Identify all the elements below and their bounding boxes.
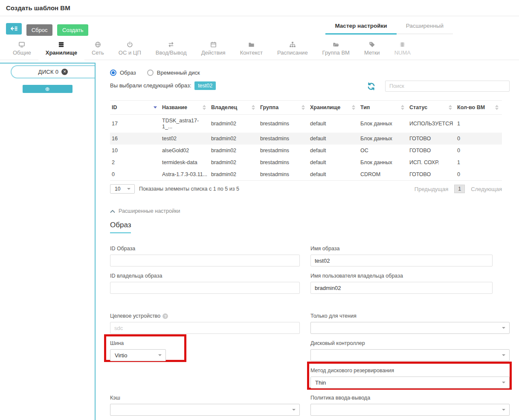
table-row[interactable]: 17 TDSK_astra17-1_... bradmin02 brestadm… <box>110 115 502 133</box>
close-disk-icon[interactable]: ✕ <box>61 69 68 75</box>
column-header-owner[interactable]: Владелец <box>209 101 258 115</box>
chevron-up-icon <box>110 209 115 213</box>
tab-actions[interactable]: Действия <box>194 40 233 60</box>
section-tabbar: Общие Хранилище Сеть ОС и ЦП <box>0 41 519 60</box>
page-size-select[interactable]: 10 <box>110 184 135 194</box>
sort-icon <box>449 105 452 110</box>
pagination-row: 10 Показаны элементы списка с 1 по 5 из … <box>110 184 502 194</box>
sort-icon <box>203 105 206 110</box>
column-header-vm-count[interactable]: Кол-во ВМ <box>455 101 502 115</box>
images-table: ID Название Владелец Группа <box>110 100 502 181</box>
table-row[interactable]: 0 Astra-1.7.3-03.11... bradmin02 brestad… <box>110 168 502 181</box>
target-device-label: Целевое устройство ? <box>110 313 300 319</box>
image-id-label: ID Образа <box>110 245 300 252</box>
storage-icon <box>58 41 64 48</box>
disk-type-radios: Образ Временный диск <box>110 70 510 76</box>
calendar-icon <box>210 41 217 48</box>
column-header-type[interactable]: Тип <box>359 101 408 115</box>
sitemap-icon <box>289 41 296 48</box>
disk-sidebar: ДИСК 0 ✕ ⊕ <box>0 63 96 420</box>
disk-tab-label: ДИСК 0 <box>38 69 59 75</box>
globe-icon <box>95 41 101 48</box>
search-zone <box>367 81 510 92</box>
tab-labels[interactable]: Метки <box>357 40 387 60</box>
read-only-select[interactable] <box>310 322 510 334</box>
next-page-link[interactable]: Следующая <box>471 186 502 192</box>
tag-icon <box>369 41 375 48</box>
tab-network[interactable]: Сеть <box>84 40 111 60</box>
search-input[interactable] <box>385 81 510 92</box>
radio-image[interactable]: Образ <box>110 70 136 76</box>
tab-scheduling[interactable]: Расписание <box>270 40 315 60</box>
exchange-arrows-icon <box>168 41 174 48</box>
mode-tabs: Мастер настройки Расширенный <box>325 20 453 34</box>
column-header-status[interactable]: Статус <box>408 101 455 115</box>
image-id-field[interactable] <box>110 255 300 266</box>
folder-icon <box>248 41 255 48</box>
sort-desc-icon <box>154 107 157 109</box>
bus-label: Шина <box>110 340 300 347</box>
disk-controller-label: Дисковый контроллер <box>310 340 510 347</box>
tab-input-output[interactable]: Ввод/Вывод <box>148 40 194 60</box>
sort-icon <box>352 105 355 110</box>
disk-tab-0[interactable]: ДИСК 0 ✕ <box>11 65 95 78</box>
provisioning-select[interactable]: Thin <box>310 377 510 388</box>
advanced-settings-toggle[interactable]: Расширенные настройки <box>110 208 510 214</box>
column-header-group[interactable]: Группа <box>258 101 308 115</box>
owner-id-field[interactable] <box>110 282 300 294</box>
pagination-nav: Предыдущая 1 Следующая <box>415 185 502 193</box>
cache-select[interactable] <box>110 404 300 416</box>
selected-image-badge: test02 <box>194 81 216 90</box>
tab-wizard[interactable]: Мастер настройки <box>325 20 396 34</box>
table-row[interactable]: 2 termidesk-data bradmin02 brestadmins d… <box>110 156 502 168</box>
column-header-datastore[interactable]: Хранилище <box>308 101 359 115</box>
sort-icon <box>302 105 305 110</box>
tab-advanced-mode[interactable]: Расширенный <box>397 20 453 34</box>
bus-select[interactable]: Virtio <box>110 349 166 361</box>
table-row-selected[interactable]: 16 test02 bradmin02 brestadmins default … <box>110 133 502 145</box>
prev-page-link[interactable]: Предыдущая <box>415 186 449 192</box>
power-icon <box>127 41 133 48</box>
back-list-icon <box>10 26 18 32</box>
tab-os-cpu[interactable]: ОС и ЦП <box>111 40 148 60</box>
current-page-button[interactable]: 1 <box>454 185 465 193</box>
owner-name-field[interactable] <box>310 282 493 294</box>
image-name-field[interactable] <box>310 255 493 266</box>
page-header: Создать шаблон ВМ <box>0 0 519 16</box>
chip-icon <box>399 41 406 48</box>
column-header-id[interactable]: ID <box>110 101 160 115</box>
create-button[interactable]: Создать <box>57 24 88 36</box>
table-header-row: ID Название Владелец Группа <box>110 101 502 115</box>
tab-vm-group[interactable]: Группа ВМ <box>315 40 357 60</box>
radio-volatile[interactable]: Временный диск <box>147 70 200 76</box>
page-title: Создать шаблон ВМ <box>6 4 513 12</box>
sort-icon <box>401 105 404 110</box>
image-form: ID Образа Имя образа ID владельца образа… <box>110 245 510 420</box>
tab-context[interactable]: Контекст <box>233 40 270 60</box>
column-header-name[interactable]: Название <box>160 101 209 115</box>
radio-volatile-circle-icon <box>147 70 154 76</box>
refresh-icon <box>367 82 375 90</box>
disk-controller-select[interactable] <box>310 349 510 361</box>
tab-storage[interactable]: Хранилище <box>38 40 84 60</box>
tab-general[interactable]: Общие <box>6 40 38 60</box>
add-disk-button[interactable]: ⊕ <box>23 85 72 93</box>
folder-open-icon <box>333 41 339 48</box>
help-icon[interactable]: ? <box>162 313 168 319</box>
image-section-title: Образ <box>110 221 131 233</box>
read-only-label: Только для чтения <box>310 313 510 319</box>
table-summary: Показаны элементы списка с 1 по 5 из 5 <box>139 186 239 192</box>
refresh-button[interactable] <box>367 82 375 90</box>
radio-image-circle-icon <box>110 70 116 76</box>
tab-numa[interactable]: NUMA <box>387 40 418 60</box>
reset-button[interactable]: Сброс <box>26 24 53 36</box>
provisioning-label: Метод дискового резервирования <box>310 367 510 374</box>
target-device-field[interactable] <box>110 322 300 334</box>
image-name-label: Имя образа <box>310 245 510 252</box>
main-area: ДИСК 0 ✕ ⊕ Образ Временный диск Вы выбра… <box>0 63 519 420</box>
io-policy-select[interactable] <box>310 404 510 416</box>
owner-name-label: Имя пользователя владельца образа <box>310 272 510 279</box>
table-row[interactable]: 10 alseGold02 bradmin02 brestadmins defa… <box>110 145 502 156</box>
back-to-list-button[interactable] <box>6 23 22 35</box>
toolbar: Сброс Создать Мастер настройки Расширенн… <box>0 16 519 41</box>
